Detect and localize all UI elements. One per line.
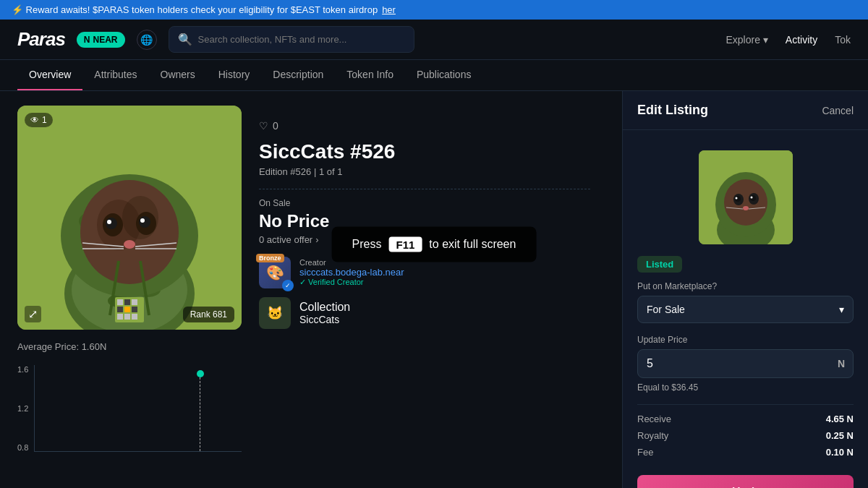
- on-sale-label: On Sale: [259, 198, 590, 208]
- collection-label: Collection: [299, 301, 350, 314]
- logo: Paras: [17, 28, 65, 51]
- navbar: Paras N NEAR 🌐 🔍 Explore ▾ Activity Tok: [0, 20, 868, 60]
- likes-count: 0: [273, 120, 278, 132]
- search-input[interactable]: [198, 34, 405, 45]
- tab-publications[interactable]: Publications: [405, 60, 483, 90]
- creator-info: Creator sicccats.bodega-lab.near ✓ Verif…: [299, 258, 404, 287]
- near-icon: N: [84, 35, 90, 45]
- marketplace-select[interactable]: For Sale ▾: [637, 296, 854, 323]
- eye-icon: 👁: [30, 115, 39, 125]
- search-icon: 🔍: [178, 33, 192, 46]
- fullscreen-overlay: Press F11 to exit full screen: [332, 226, 537, 262]
- chart-container: 1.6 1.2 0.8: [17, 358, 242, 452]
- svg-rect-34: [132, 307, 137, 312]
- svg-point-18: [139, 216, 150, 228]
- nav-explore[interactable]: Explore ▾: [726, 34, 768, 46]
- expand-icon[interactable]: ⤢: [25, 306, 41, 322]
- heart-icon: ♡: [259, 120, 268, 132]
- marketplace-label: Put on Marketplace?: [637, 281, 854, 291]
- nav-token[interactable]: Tok: [835, 34, 851, 46]
- svg-rect-33: [124, 307, 130, 312]
- active-offer-text: 0 active offer: [259, 234, 312, 245]
- top-banner: ⚡ Reward awaits! $PARAS token holders ch…: [0, 0, 868, 20]
- svg-point-41: [724, 179, 767, 226]
- fee-row: Fee 0.10 N: [637, 447, 854, 458]
- svg-rect-32: [117, 307, 123, 312]
- overlay-press-text: Press: [352, 238, 382, 251]
- left-panel: 👁 1 Rank 681 ⤢ Average Price: 1.60N 1.6 …: [0, 91, 622, 488]
- nft-title: SiccCats #526: [259, 140, 590, 163]
- receive-row: Receive 4.65 N: [637, 414, 854, 424]
- chart-dashed-line: [200, 374, 200, 451]
- equal-to: Equal to $36.45: [637, 382, 854, 393]
- listed-section: Listed Put on Marketplace? For Sale ▾ Up…: [623, 256, 868, 463]
- listed-badge: Listed: [637, 256, 682, 273]
- svg-point-19: [107, 220, 111, 224]
- nav-links: Explore ▾ Activity Tok: [726, 34, 851, 46]
- like-button[interactable]: ♡ 0: [259, 120, 278, 132]
- fee-label: Fee: [637, 447, 653, 458]
- marketplace-value: For Sale: [647, 304, 685, 315]
- svg-point-47: [750, 197, 752, 199]
- receive-label: Receive: [637, 414, 671, 424]
- receive-value: 4.65 N: [826, 414, 854, 424]
- tab-attributes[interactable]: Attributes: [82, 60, 148, 90]
- svg-rect-37: [132, 314, 137, 320]
- royalty-value: 0.25 N: [826, 430, 854, 441]
- content-row: 👁 1 Rank 681 ⤢ Average Price: 1.60N 1.6 …: [17, 106, 605, 452]
- tab-owners[interactable]: Owners: [149, 60, 207, 90]
- search-bar[interactable]: 🔍: [169, 26, 414, 53]
- svg-point-17: [106, 218, 117, 229]
- chart-title: Average Price: 1.60N: [17, 341, 242, 352]
- tab-history[interactable]: History: [207, 60, 262, 90]
- right-panel: Edit Listing Cancel: [622, 91, 868, 488]
- banner-link[interactable]: her: [382, 4, 396, 15]
- svg-rect-31: [132, 299, 137, 305]
- collection-info: Collection SiccCats: [299, 301, 350, 325]
- views-badge: 👁 1: [25, 113, 53, 127]
- y-label-high: 1.6: [17, 365, 28, 374]
- royalty-row: Royalty 0.25 N: [637, 430, 854, 441]
- main-area: 👁 1 Rank 681 ⤢ Average Price: 1.60N 1.6 …: [0, 91, 868, 488]
- near-label: NEAR: [93, 35, 118, 45]
- svg-rect-30: [124, 299, 130, 305]
- svg-point-46: [735, 197, 737, 200]
- tab-overview[interactable]: Overview: [17, 60, 82, 90]
- nft-thumbnail: [699, 150, 793, 244]
- svg-point-20: [140, 218, 145, 223]
- views-count: 1: [42, 115, 47, 125]
- fee-value: 0.10 N: [826, 447, 854, 458]
- tab-description[interactable]: Description: [261, 60, 335, 90]
- y-label-mid: 1.2: [17, 404, 28, 413]
- cancel-button[interactable]: Cancel: [822, 105, 854, 116]
- chart-dot: [197, 370, 204, 377]
- tab-token-info[interactable]: Token Info: [335, 60, 405, 90]
- creator-name[interactable]: sicccats.bodega-lab.near: [299, 267, 404, 278]
- creator-avatar: 🎨 Bronze ✓: [259, 257, 291, 288]
- svg-point-21: [124, 240, 135, 249]
- royalty-label: Royalty: [637, 430, 668, 441]
- verified-creator-label: ✓ Verified Creator: [299, 278, 404, 287]
- price-input[interactable]: [637, 349, 854, 378]
- banner-text: ⚡ Reward awaits! $PARAS token holders ch…: [12, 4, 378, 15]
- chevron-right-icon: ›: [315, 234, 318, 245]
- bronze-badge: Bronze: [256, 254, 284, 262]
- price-input-container: N: [637, 349, 854, 378]
- svg-rect-29: [117, 299, 123, 305]
- chart-section: Average Price: 1.60N 1.6 1.2 0.8: [17, 341, 242, 452]
- near-badge[interactable]: N NEAR: [77, 32, 125, 48]
- collection-name[interactable]: SiccCats: [299, 314, 350, 325]
- svg-rect-36: [124, 314, 130, 320]
- rank-badge: Rank 681: [183, 307, 234, 322]
- edit-listing-header: Edit Listing Cancel: [623, 91, 868, 130]
- svg-rect-35: [117, 314, 123, 320]
- fee-breakdown: Receive 4.65 N Royalty 0.25 N Fee 0.10 N: [637, 404, 854, 458]
- nav-activity[interactable]: Activity: [786, 34, 817, 46]
- nft-actions: ♡ 0: [259, 120, 590, 132]
- nft-thumb-wrapper: [623, 130, 868, 256]
- globe-icon[interactable]: 🌐: [137, 30, 157, 50]
- update-button[interactable]: ✓ Update: [637, 475, 854, 488]
- nft-edition: Edition #526 | 1 of 1: [259, 166, 590, 177]
- chevron-down-icon: ▾: [839, 304, 844, 315]
- collection-thumb[interactable]: 🐱: [259, 297, 291, 329]
